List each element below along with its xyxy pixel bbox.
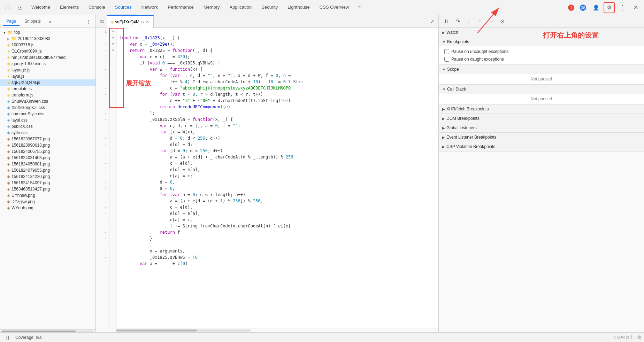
file-img-icon: ◈	[7, 199, 10, 204]
tree-item-13[interactable]: ◈ layui.css	[0, 117, 95, 123]
close-devtools-button[interactable]: ✕	[630, 2, 641, 13]
warning-badge: 36	[580, 5, 586, 11]
pretty-print-button[interactable]: {}	[3, 334, 13, 341]
event-listener-section-label: Event Listener Breakpoints	[446, 135, 496, 140]
tree-item-17[interactable]: ◈ 1561823990613.png	[0, 142, 95, 148]
error-count-button[interactable]: 1	[566, 4, 576, 11]
tree-item-11[interactable]: ◈ XinXiGongKai.css	[0, 104, 95, 111]
warning-count-button[interactable]: 36	[578, 4, 588, 11]
tab-console[interactable]: Console	[84, 0, 110, 15]
scope-section-header[interactable]: ▼ Scope	[439, 65, 644, 74]
tree-item-2[interactable]: ◈ O1CromK09X.js	[0, 48, 95, 54]
tab-add-icon[interactable]: +	[354, 0, 365, 15]
xhr-section: ▶ XHR/fetch Breakpoints	[439, 104, 644, 114]
expand-code-button[interactable]: ⤢	[427, 17, 437, 26]
tree-item-22[interactable]: ◈ 1561824134220.png	[0, 173, 95, 180]
toggle-sidebar-button[interactable]: ⧉	[97, 17, 107, 26]
tab-welcome[interactable]: Welcome	[26, 0, 55, 15]
file-js-icon: ◈	[7, 74, 10, 79]
tab-network[interactable]: Network	[137, 0, 163, 15]
panel-tab-page[interactable]: Page	[3, 17, 20, 26]
deactivate-breakpoints-button[interactable]: ⊘	[497, 17, 507, 26]
file-css-icon: ◈	[7, 130, 10, 135]
step-over-button[interactable]: ↷	[453, 17, 462, 26]
file-img-icon: ◈	[7, 187, 10, 192]
tab-memory[interactable]: Memory	[199, 0, 225, 15]
watch-section-header[interactable]: ▶ Watch	[439, 28, 644, 37]
tab-performance[interactable]: Performance	[163, 0, 198, 15]
tab-application[interactable]: Application	[225, 0, 257, 15]
tree-item-5[interactable]: ◈ laypage.js	[0, 67, 95, 73]
tree-item-label: WYduh.png	[12, 205, 33, 210]
tab-elements[interactable]: Elements	[55, 0, 84, 15]
tree-root-top[interactable]: ▼ 📁 top	[0, 29, 95, 36]
tree-item-26[interactable]: ◈ DYzgsw.png	[0, 199, 95, 205]
device-toggle-icon[interactable]: ⊡	[14, 1, 26, 14]
tree-item-8[interactable]: ◈ template.js	[0, 86, 95, 92]
watch-section: ▶ Watch	[439, 28, 644, 37]
tree-item-7[interactable]: ◈ sqEjJXnQ4M.js	[0, 79, 95, 86]
event-listener-section-header[interactable]: ▶ Event Listener Breakpoints	[439, 133, 644, 142]
tree-item-3[interactable]: ◈ hm.js?3b3841fa5dff5e77feed	[0, 54, 95, 61]
tree-item-6[interactable]: ◈ layui.js	[0, 73, 95, 79]
csp-section-header[interactable]: ▶ CSP Violation Breakpoints	[439, 142, 644, 151]
panel-kebab-button[interactable]: ⋮	[84, 17, 93, 26]
panel-more-button[interactable]: »	[46, 17, 54, 26]
tree-item-label: 1561824134220.png	[12, 174, 50, 179]
tree-item-23[interactable]: ◈ 1561824154097.png	[0, 180, 95, 186]
code-tab-bar: ⧉ ◈ sqEjJXnQ4M.js ✕ ⤢	[96, 15, 438, 28]
tree-item-10[interactable]: ◈ ShuiWuXinWen.css	[0, 98, 95, 104]
step-out-button[interactable]: ↑	[475, 17, 485, 26]
pause-caught-checkbox[interactable]	[444, 57, 449, 62]
xhr-section-header[interactable]: ▶ XHR/fetch Breakpoints	[439, 104, 644, 114]
tab-sources[interactable]: Sources	[110, 0, 137, 15]
tree-item-12[interactable]: ◈ commonStyle.css	[0, 111, 95, 117]
settings-button[interactable]: ⚙	[604, 2, 615, 13]
more-options-icon[interactable]: ⋮	[616, 1, 629, 14]
tree-item-0[interactable]: ▶ 📁 20190413003983	[0, 36, 95, 42]
call-stack-section-header[interactable]: ▼ Call Stack	[439, 85, 644, 94]
breakpoints-section-header[interactable]: ▼ Breakpoints	[439, 37, 644, 46]
tree-item-4[interactable]: ◈ jquery-1.8.0.min.js	[0, 61, 95, 67]
panel-tab-snippets[interactable]: Snippets	[21, 17, 44, 26]
tree-item-label: 1561824031403.png	[12, 155, 50, 160]
tree-item-21[interactable]: ◈ 1561824079655.png	[0, 167, 95, 173]
tab-css-overview[interactable]: CSS Overview	[315, 0, 354, 15]
pause-uncaught-checkbox[interactable]	[444, 49, 449, 54]
tree-item-16[interactable]: ◈ 1561823967077.png	[0, 136, 95, 142]
code-tab-close-button[interactable]: ✕	[145, 20, 150, 24]
step-button[interactable]: →	[486, 17, 496, 26]
user-icon[interactable]: 👤	[590, 1, 602, 14]
scope-not-paused-text: Not paused	[531, 77, 552, 81]
tree-item-18[interactable]: ◈ 1561824006755.png	[0, 148, 95, 155]
right-panel: ⏸ ↷ ↓ ↑ → ⊘ ▶ Watch ▼	[438, 15, 644, 332]
tree-item-19[interactable]: ◈ 1561824031403.png	[0, 155, 95, 161]
tab-lighthouse[interactable]: Lighthouse	[283, 0, 315, 15]
file-tree: ▼ 📁 top ▶ 📁 20190413003983 ◈ 10003718.js…	[0, 28, 95, 329]
event-listener-section: ▶ Event Listener Breakpoints	[439, 133, 644, 142]
debug-sections: ▶ Watch ▼ Breakpoints Pause on uncaught …	[439, 28, 644, 332]
file-css-icon: ◈	[7, 105, 10, 110]
file-img-icon: ◈	[7, 205, 10, 210]
tree-item-25[interactable]: ◈ DYhnsw.png	[0, 192, 95, 199]
tree-root-label: top	[14, 30, 20, 35]
tree-item-label: layui.js	[12, 74, 24, 79]
code-content[interactable]: function _0x1825(x, _) { var c = _0x429e…	[117, 28, 438, 328]
tab-security[interactable]: Security	[256, 0, 283, 15]
tree-item-9[interactable]: ◈ transform.js	[0, 92, 95, 98]
left-panel: Page Snippets » ⋮ ▼ 📁 top ▶ 📁 2019041300…	[0, 15, 96, 332]
step-into-button[interactable]: ↓	[464, 17, 474, 26]
pause-resume-button[interactable]: ⏸	[442, 17, 451, 26]
dom-breakpoints-section-header[interactable]: ▶ DOM Breakpoints	[439, 114, 644, 123]
tree-item-14[interactable]: ◈ publicX.css	[0, 123, 95, 130]
tree-item-27[interactable]: ◈ WYduh.png	[0, 205, 95, 211]
tree-item-15[interactable]: ◈ sytle.css	[0, 130, 95, 136]
code-editor[interactable]: 展开缩放 1 - - - -	[96, 28, 438, 332]
tree-item-24[interactable]: ◈ 1563468513427.png	[0, 186, 95, 192]
debugger-toolbar: ⏸ ↷ ↓ ↑ → ⊘	[439, 15, 644, 28]
tree-item-1[interactable]: ◈ 10003718.js	[0, 42, 95, 48]
code-file-tab-active[interactable]: ◈ sqEjJXnQ4M.js ✕	[107, 15, 154, 28]
tree-item-20[interactable]: ◈ 1561824050881.png	[0, 161, 95, 167]
inspect-icon[interactable]: ⬚	[1, 1, 14, 14]
global-listeners-section-header[interactable]: ▶ Global Listeners	[439, 123, 644, 132]
